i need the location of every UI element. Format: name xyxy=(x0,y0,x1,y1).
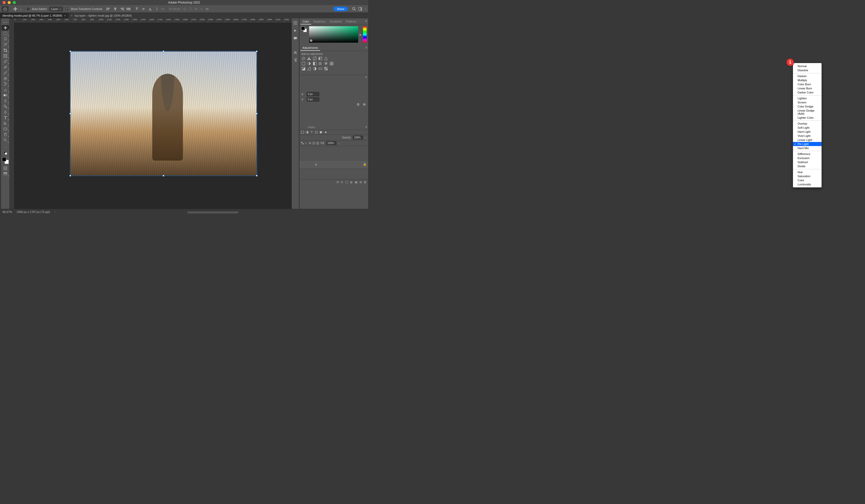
curves-adj-icon[interactable] xyxy=(313,56,317,60)
actions-panel-icon[interactable] xyxy=(293,28,297,33)
transform-handle-bc[interactable] xyxy=(163,175,164,176)
gradient-map-adj-icon[interactable] xyxy=(318,67,322,71)
eyedropper-tool[interactable] xyxy=(1,59,9,65)
link-layers-icon[interactable]: ⧉ xyxy=(337,180,339,184)
align-vcenter-icon[interactable] xyxy=(141,8,146,11)
document-tab-active[interactable]: blending modes.psd @ 66.7% (Layer 1, RGB… xyxy=(0,13,68,19)
workspace-icon[interactable] xyxy=(358,7,362,11)
lock-image-icon[interactable] xyxy=(305,142,308,144)
default-colors-button[interactable] xyxy=(1,150,9,156)
fill-dropdown-icon[interactable]: ⌄ xyxy=(338,142,340,144)
pen-tool[interactable] xyxy=(1,109,9,115)
close-tab-icon[interactable]: × xyxy=(64,14,66,17)
transform-handle-tl[interactable] xyxy=(69,50,71,52)
lasso-tool[interactable] xyxy=(1,36,9,42)
bw-adj-icon[interactable] xyxy=(313,61,317,66)
opacity-input[interactable] xyxy=(353,136,363,139)
quick-selection-tool[interactable] xyxy=(1,42,9,47)
transform-handle-ml[interactable] xyxy=(69,113,71,114)
photo-filter-adj-icon[interactable] xyxy=(318,61,322,66)
transform-handle-br[interactable] xyxy=(256,175,257,176)
ruler-origin[interactable] xyxy=(10,19,14,23)
new-layer-icon[interactable]: ⊞ xyxy=(359,180,362,184)
align-hcenter-icon[interactable] xyxy=(113,8,117,11)
color-field-arrow-icon[interactable]: ▶ xyxy=(360,33,361,36)
filter-pixel-icon[interactable] xyxy=(301,131,304,134)
invert-adj-icon[interactable] xyxy=(301,67,305,71)
hue-sat-adj-icon[interactable] xyxy=(301,61,305,66)
camera-3d-icon[interactable] xyxy=(205,7,209,11)
brightness-contrast-adj-icon[interactable] xyxy=(301,56,305,60)
type-tool[interactable] xyxy=(1,115,9,120)
align-top-icon[interactable] xyxy=(135,8,139,11)
tab-patterns[interactable]: Patterns xyxy=(344,19,358,24)
auto-select-checkbox[interactable] xyxy=(26,7,30,11)
layer-style-icon[interactable]: fx xyxy=(341,180,343,184)
lock-artboard-icon[interactable] xyxy=(312,142,315,144)
doc-info-arrow-icon[interactable]: › xyxy=(55,210,56,213)
canvas-area[interactable]: 0100200300400500600700800900100011001200… xyxy=(10,19,291,209)
filter-adj-icon[interactable] xyxy=(305,131,309,134)
tab-gradients[interactable]: Gradients xyxy=(327,19,344,24)
gradient-tool[interactable] xyxy=(1,92,9,98)
lock-icon[interactable]: 🔒 xyxy=(363,163,367,166)
more-options-icon[interactable]: ⋯ xyxy=(161,7,164,11)
marquee-tool[interactable] xyxy=(1,31,9,36)
share-button[interactable]: Share xyxy=(333,7,348,11)
lock-all-icon[interactable] xyxy=(316,142,319,144)
selective-color-adj-icon[interactable] xyxy=(324,67,328,71)
x-input[interactable] xyxy=(307,92,319,96)
layer-row-layer1[interactable] xyxy=(299,146,368,160)
vibrance-adj-icon[interactable] xyxy=(324,56,328,60)
show-transform-checkbox[interactable] xyxy=(65,7,68,11)
color-picker-cursor[interactable] xyxy=(310,39,312,42)
transform-bounding-box[interactable] xyxy=(70,51,257,176)
distribute-icon[interactable] xyxy=(126,8,130,11)
panel-menu-icon[interactable]: ≡ xyxy=(365,75,367,79)
roll-3d-icon[interactable] xyxy=(188,7,192,11)
close-tab-icon[interactable]: × xyxy=(71,14,72,17)
crop-tool[interactable] xyxy=(1,47,9,53)
zoom-level[interactable]: 66.67% xyxy=(2,210,12,213)
lock-position-icon[interactable] xyxy=(309,142,311,144)
tab-color[interactable]: Color xyxy=(300,19,311,24)
flip-v-icon[interactable] xyxy=(362,103,366,106)
transform-handle-tr[interactable] xyxy=(256,50,257,52)
panel-menu-icon[interactable]: ≡ xyxy=(365,46,367,49)
blur-tool[interactable] xyxy=(1,98,9,104)
history-panel-icon[interactable] xyxy=(293,21,297,25)
align-left-icon[interactable] xyxy=(106,8,111,11)
doc-info[interactable]: 2560 px x 1707 px (72 ppi) xyxy=(16,210,50,213)
lock-transparent-icon[interactable] xyxy=(301,142,304,144)
y-input[interactable] xyxy=(307,97,319,102)
align-bottom-icon[interactable] xyxy=(148,8,152,11)
color-lookup-adj-icon[interactable] xyxy=(330,61,334,66)
filter-shape-icon[interactable] xyxy=(315,131,318,134)
layer-mask-icon[interactable]: ◯ xyxy=(345,180,348,184)
transform-handle-mr[interactable] xyxy=(256,113,257,114)
path-selection-tool[interactable] xyxy=(1,120,9,126)
foreground-swatch[interactable] xyxy=(301,26,305,31)
new-group-icon[interactable]: ▣ xyxy=(355,180,357,184)
hand-tool[interactable] xyxy=(1,132,9,137)
dodge-tool[interactable] xyxy=(1,104,9,109)
filter-toggle[interactable] xyxy=(325,131,326,133)
zoom-tool[interactable] xyxy=(1,137,9,143)
filter-type-icon[interactable] xyxy=(310,131,313,134)
clone-stamp-tool[interactable] xyxy=(1,75,9,81)
rectangle-tool[interactable] xyxy=(1,126,9,132)
eraser-tool[interactable] xyxy=(1,87,9,92)
filter-smart-icon[interactable] xyxy=(319,131,322,134)
hue-slider[interactable] xyxy=(363,26,367,43)
horizontal-scrollbar[interactable] xyxy=(187,211,238,213)
document-image[interactable] xyxy=(70,51,256,175)
fill-input[interactable] xyxy=(326,141,336,145)
tab-swatches[interactable]: Swatches xyxy=(311,19,327,24)
opacity-dropdown-icon[interactable]: ⌄ xyxy=(365,136,367,139)
levels-adj-icon[interactable] xyxy=(307,56,311,60)
ruler-horizontal[interactable]: 0100200300400500600700800900100011001200… xyxy=(14,19,291,23)
align-right-icon[interactable] xyxy=(120,8,124,11)
transform-handle-bl[interactable] xyxy=(69,175,71,176)
character-panel-icon[interactable] xyxy=(293,50,297,55)
tab-paths[interactable]: Paths xyxy=(306,125,317,130)
